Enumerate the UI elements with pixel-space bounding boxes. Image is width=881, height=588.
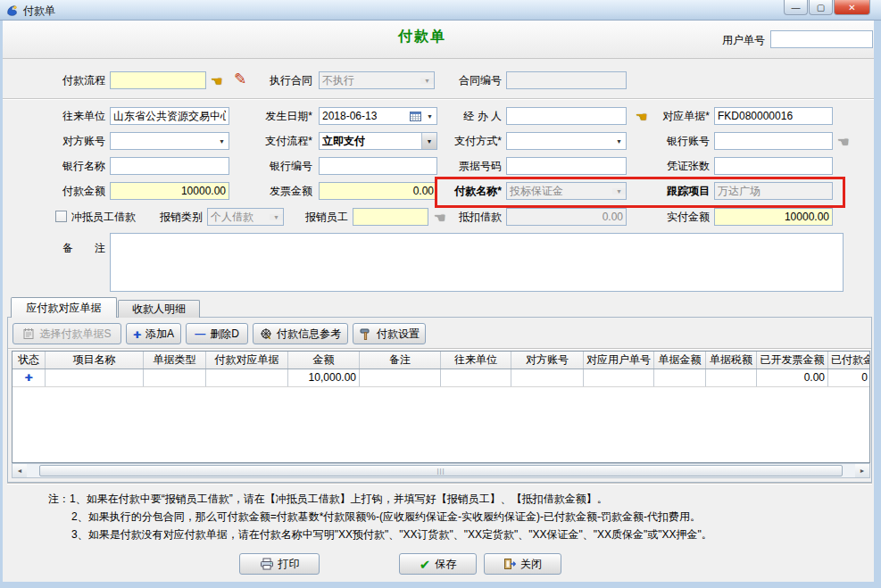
voucher-count-input[interactable] [714, 157, 833, 175]
actual-amount-input[interactable] [714, 208, 833, 226]
window-title: 付款单 [23, 4, 55, 19]
save-button[interactable]: ✔ 保存 [399, 553, 477, 575]
cell-paid-amount[interactable]: 0 [828, 369, 870, 386]
voucher-count-label: 凭证张数 [647, 157, 710, 175]
table-header-row: 状态 项目名称 单据类型 付款对应单据 金额 备注 往来单位 对方账号 对应用户… [12, 352, 870, 369]
chevron-down-icon[interactable]: ▼ [215, 138, 229, 145]
handler-input[interactable] [506, 107, 627, 125]
col-status[interactable]: 状态 [12, 352, 46, 369]
print-button[interactable]: 打印 [239, 553, 320, 575]
offset-loan-label: 冲抵员工借款 [71, 208, 152, 226]
execute-contract-select: 不执行 ▼ [319, 71, 435, 89]
cell-amount[interactable]: 10,000.00 [288, 369, 360, 386]
cell-doc-type[interactable] [144, 369, 206, 386]
chevron-down-icon[interactable]: ▼ [423, 113, 436, 120]
col-paid-amount[interactable]: 已付款金 [828, 352, 870, 369]
app-logo-icon [5, 4, 19, 17]
scroll-left-arrow-icon[interactable]: ◄ [12, 464, 27, 477]
bank-name-input[interactable] [110, 157, 229, 175]
minimize-button[interactable]: — [784, 0, 808, 15]
maximize-button[interactable]: ▢ [809, 0, 833, 15]
close-form-label: 关闭 [520, 557, 542, 572]
scrollbar-thumb[interactable]: ||| [39, 465, 843, 476]
counterparty-label: 往来单位 [34, 107, 105, 125]
col-invoiced-amount[interactable]: 已开发票金额 [757, 352, 828, 369]
tab-payable-docs[interactable]: 应付款对应单据 [11, 297, 117, 318]
window-border-bottom [0, 582, 881, 588]
col-counterparty[interactable]: 往来单位 [441, 352, 511, 369]
col-remark[interactable]: 备注 [360, 352, 441, 369]
bill-no-label: 票据号码 [439, 157, 502, 175]
col-doc-tax[interactable]: 单据税额 [706, 352, 757, 369]
handler-picker-hand-icon[interactable]: ☚ [636, 110, 647, 123]
note-line-1: 注：1、如果在付款中要“报销员工借款”，请在【冲抵员工借款】上打钩，并填写好【报… [48, 492, 608, 507]
check-icon: ✔ [420, 558, 431, 571]
cell-user-doc-no[interactable] [584, 369, 654, 386]
close-form-button[interactable]: 关闭 [484, 553, 561, 575]
payment-flow-picker-hand-icon[interactable]: ☚ [211, 74, 222, 87]
payment-info-reference-button[interactable]: 付款信息参考 [253, 323, 348, 344]
cell-invoiced-amount[interactable]: 0.00 [757, 369, 828, 386]
chevron-down-icon: ▼ [270, 214, 283, 220]
contract-no-label: 合同编号 [439, 71, 502, 89]
actual-amount-label: 实付金额 [647, 208, 710, 226]
calendar-icon[interactable] [410, 111, 421, 121]
row-status-plus-icon[interactable]: + [15, 369, 42, 385]
select-payment-doc-label: 选择付款单据S [39, 327, 111, 342]
close-button[interactable]: ✕ [834, 0, 870, 15]
payment-info-reference-label: 付款信息参考 [277, 327, 341, 342]
invoice-amount-input[interactable] [319, 182, 437, 200]
occur-date-label: 发生日期* [241, 107, 312, 125]
scroll-right-arrow-icon[interactable]: ► [855, 464, 869, 477]
cell-counter-account[interactable] [511, 369, 584, 386]
cell-doc-tax[interactable] [706, 369, 757, 386]
add-row-button[interactable]: + 添加A [126, 323, 181, 344]
occur-date-value: 2018-06-13 [322, 110, 377, 122]
pay-flow-select[interactable]: 立即支付 ▼ [319, 132, 437, 150]
occur-date-picker[interactable]: 2018-06-13 ▼ [319, 107, 437, 125]
handler-label: 经 办 人 [439, 107, 502, 125]
payment-flow-edit-pencil-icon[interactable]: ✎ [234, 71, 246, 87]
bill-no-input[interactable] [506, 157, 627, 175]
col-project-name[interactable]: 项目名称 [46, 352, 144, 369]
cell-doc-amount[interactable] [654, 369, 706, 386]
cell-counterparty[interactable] [441, 369, 511, 386]
user-no-input[interactable] [770, 30, 873, 48]
track-project-label: 跟踪项目 [647, 182, 710, 200]
remark-textarea[interactable] [110, 233, 844, 292]
bank-name-label: 银行名称 [34, 157, 105, 175]
minimize-icon: — [792, 3, 801, 12]
divider [7, 483, 872, 484]
table-row[interactable]: + 10,000.00 0.00 0 [12, 369, 870, 387]
tab-payee-detail[interactable]: 收款人明细 [118, 300, 200, 318]
bank-account-picker-hand-icon: ☚ [837, 135, 849, 148]
counterparty-input[interactable] [110, 107, 229, 125]
col-user-doc-no[interactable]: 对应用户单号 [584, 352, 654, 369]
chevron-down-icon: ▼ [612, 188, 626, 195]
table-horizontal-scrollbar[interactable]: ◄ ||| ► [12, 463, 870, 478]
delete-row-label: 删除D [210, 327, 239, 342]
pay-name-value: 投标保证金 [510, 184, 563, 199]
col-doc-type[interactable]: 单据类型 [144, 352, 206, 369]
ref-doc-input[interactable] [714, 107, 833, 125]
cell-remark[interactable] [360, 369, 441, 386]
col-counter-account[interactable]: 对方账号 [511, 352, 584, 369]
chevron-down-icon[interactable]: ▼ [421, 133, 436, 149]
bank-account-input[interactable] [714, 132, 833, 150]
divider [8, 348, 871, 350]
pay-method-select[interactable]: ▼ [506, 132, 627, 150]
col-amount[interactable]: 金额 [288, 352, 360, 369]
counter-account-select[interactable]: ▼ [110, 132, 229, 150]
cell-project-name[interactable] [46, 369, 144, 386]
col-ref-doc[interactable]: 付款对应单据 [206, 352, 288, 369]
pay-amount-input[interactable] [110, 182, 229, 200]
chevron-down-icon[interactable]: ▼ [612, 138, 626, 145]
offset-loan-checkbox[interactable] [55, 211, 67, 222]
col-doc-amount[interactable]: 单据金额 [654, 352, 706, 369]
delete-row-button[interactable]: — 删除D [186, 323, 248, 344]
payment-flow-input[interactable] [110, 71, 206, 89]
bank-code-input[interactable] [319, 157, 437, 175]
payment-settings-button[interactable]: 付款设置 [353, 323, 426, 344]
cell-ref-doc[interactable] [206, 369, 288, 386]
expense-employee-input[interactable] [353, 208, 428, 226]
